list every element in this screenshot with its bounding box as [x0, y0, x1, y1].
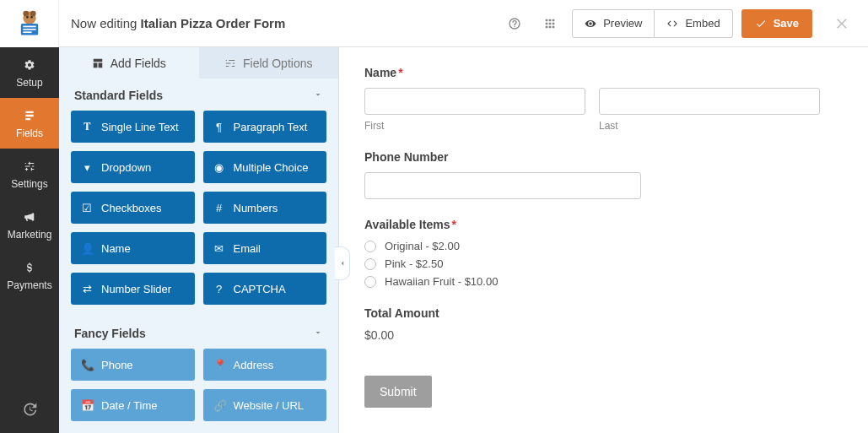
svg-point-3 [26, 16, 29, 19]
field-type-paragraph-text[interactable]: ¶Paragraph Text [203, 111, 327, 143]
field-type-single-line-text[interactable]: 𝐓Single Line Text [71, 111, 195, 143]
close-button[interactable] [829, 10, 856, 37]
required-asterisk: * [451, 218, 456, 231]
svg-rect-8 [23, 31, 31, 33]
field-type-icon: ¶ [213, 121, 225, 133]
total-value: $0.00 [364, 328, 820, 342]
svg-point-1 [23, 11, 29, 17]
dollar-icon [21, 259, 38, 276]
last-name-input[interactable] [599, 88, 820, 115]
save-button[interactable]: Save [741, 9, 812, 38]
field-type-label: Phone [101, 359, 133, 371]
field-name[interactable]: Name* First Last [364, 66, 820, 132]
svg-point-2 [30, 11, 35, 17]
chevron-down-icon [313, 89, 323, 102]
total-label: Total Amount [364, 306, 820, 320]
check-icon [755, 18, 767, 30]
field-type-dropdown[interactable]: ▾Dropdown [71, 151, 195, 183]
field-type-icon: 𝐓 [81, 120, 93, 133]
field-type-email[interactable]: ✉Email [203, 232, 327, 264]
top-bar: Now editing Italian Pizza Order Form Pre… [59, 0, 868, 47]
radio-option[interactable]: Hawaiian Fruit - $10.00 [364, 275, 820, 288]
submit-button[interactable]: Submit [364, 376, 432, 408]
code-icon [666, 18, 678, 30]
radio-label: Pink - $2.50 [385, 257, 443, 270]
tab-field-options[interactable]: Field Options [199, 47, 339, 78]
field-total-amount[interactable]: Total Amount $0.00 [364, 306, 820, 342]
field-type-number-slider[interactable]: ⇄Number Slider [71, 273, 195, 305]
section-fancy-fields[interactable]: Fancy Fields [59, 317, 338, 349]
field-type-icon: 📞 [81, 359, 93, 371]
field-type-numbers[interactable]: #Numbers [203, 192, 327, 224]
field-type-icon: ▾ [81, 161, 93, 174]
svg-rect-7 [23, 29, 35, 30]
preview-button[interactable]: Preview [572, 9, 655, 38]
first-name-input[interactable] [364, 88, 585, 115]
radio-option[interactable]: Pink - $2.50 [364, 257, 820, 270]
field-type-icon: ◉ [213, 161, 225, 174]
section-label: Fancy Fields [74, 327, 146, 340]
close-icon [835, 16, 850, 31]
tab-add-fields[interactable]: Add Fields [59, 47, 199, 78]
radio-option[interactable]: Original - $2.00 [364, 240, 820, 252]
field-phone[interactable]: Phone Number [364, 150, 820, 199]
radio-label: Original - $2.00 [385, 240, 460, 252]
field-type-label: Date / Time [101, 399, 157, 412]
preview-label: Preview [603, 17, 642, 30]
field-type-label: Website / URL [234, 399, 305, 412]
field-type-icon: ✉ [213, 242, 225, 255]
field-type-multiple-choice[interactable]: ◉Multiple Choice [203, 151, 327, 183]
first-sublabel: First [364, 120, 585, 132]
nav-setup[interactable]: Setup [0, 47, 59, 98]
svg-point-4 [30, 16, 33, 19]
radio-icon [364, 276, 376, 288]
field-type-icon: ⇄ [81, 283, 93, 295]
embed-label: Embed [685, 17, 720, 30]
section-standard-fields[interactable]: Standard Fields [59, 78, 338, 111]
embed-button[interactable]: Embed [655, 9, 732, 38]
field-type-captcha[interactable]: ?CAPTCHA [203, 273, 327, 305]
svg-rect-6 [23, 26, 35, 28]
radio-icon [364, 258, 376, 270]
field-type-icon: ☑ [81, 202, 93, 214]
help-button[interactable] [501, 10, 528, 37]
field-type-icon: # [213, 202, 225, 214]
help-icon [508, 17, 521, 30]
nav-history[interactable] [0, 386, 59, 433]
nav-marketing[interactable]: Marketing [0, 199, 59, 250]
last-sublabel: Last [599, 120, 820, 132]
field-type-icon: 🔗 [213, 399, 225, 412]
form-preview: Name* First Last Phone Numbe [339, 47, 868, 433]
field-type-label: Number Slider [101, 283, 171, 295]
radio-icon [364, 241, 376, 252]
chevron-down-icon [313, 327, 323, 340]
builder-panel: Add Fields Field Options Standard Fields… [59, 47, 339, 433]
collapse-panel-button[interactable] [335, 246, 350, 280]
left-nav: Setup Fields Settings Marketing Payments [0, 0, 59, 433]
field-type-name[interactable]: 👤Name [71, 232, 195, 264]
nav-fields[interactable]: Fields [0, 98, 59, 149]
phone-input[interactable] [364, 172, 641, 199]
nav-payments[interactable]: Payments [0, 250, 59, 300]
nav-label: Settings [11, 178, 47, 190]
field-available-items[interactable]: Available Items* Original - $2.00Pink - … [364, 218, 820, 288]
nav-label: Fields [16, 127, 43, 139]
field-type-label: Paragraph Text [234, 121, 308, 133]
field-type-date-time[interactable]: 📅Date / Time [71, 389, 195, 421]
nav-label: Payments [7, 279, 51, 291]
field-type-website-url[interactable]: 🔗Website / URL [203, 389, 327, 421]
field-type-label: Multiple Choice [234, 161, 309, 174]
apps-button[interactable] [536, 10, 563, 37]
sliders-icon [224, 57, 236, 69]
form-icon [21, 107, 38, 124]
field-type-address[interactable]: 📍Address [203, 349, 327, 381]
field-type-label: Numbers [234, 202, 278, 214]
field-type-icon: 📅 [81, 399, 93, 412]
tab-label: Add Fields [111, 57, 166, 70]
history-icon [21, 401, 38, 418]
field-type-phone[interactable]: 📞Phone [71, 349, 195, 381]
field-type-label: Address [234, 359, 274, 371]
nav-settings[interactable]: Settings [0, 149, 59, 199]
field-type-checkboxes[interactable]: ☑Checkboxes [71, 192, 195, 224]
save-label: Save [774, 17, 799, 30]
